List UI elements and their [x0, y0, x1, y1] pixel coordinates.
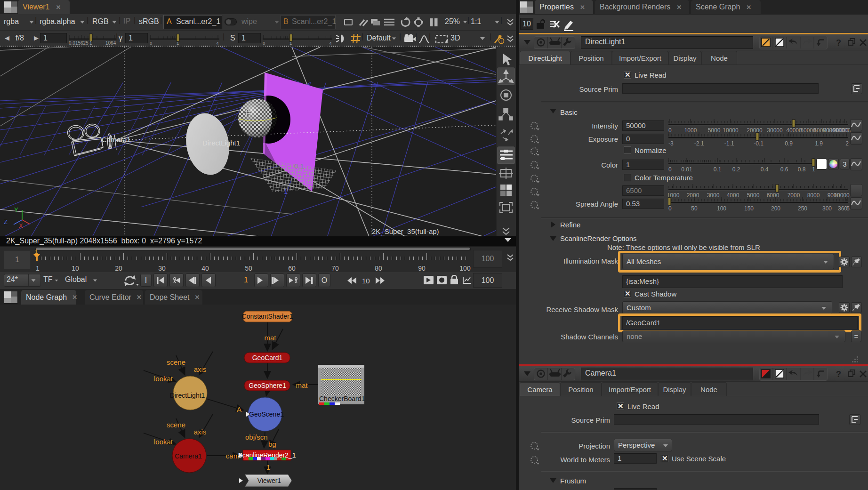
- svg-text:?: ?: [836, 370, 841, 379]
- svg-text:40: 40: [201, 265, 209, 272]
- svg-text:DirectLight1: DirectLight1: [170, 392, 205, 399]
- svg-text:ConstantShader1: ConstantShader1: [242, 313, 293, 320]
- svg-text:50: 50: [245, 265, 252, 272]
- svg-text:lookat: lookat: [154, 438, 173, 446]
- svg-text:Viewer1: Viewer1: [257, 477, 281, 484]
- svg-text:50: 50: [691, 205, 698, 212]
- svg-text:GeoSphere1: GeoSphere1: [249, 382, 286, 389]
- svg-text:0.01: 0.01: [681, 166, 692, 173]
- svg-text:0.1: 0.1: [714, 166, 722, 173]
- svg-text:mat: mat: [296, 381, 308, 389]
- svg-text:-2.1: -2.1: [694, 140, 704, 147]
- svg-text:0: 0: [150, 40, 152, 45]
- svg-text:1: 1: [36, 265, 40, 272]
- svg-text:10: 10: [72, 265, 79, 272]
- svg-text:1: 1: [35, 249, 38, 255]
- svg-text:30: 30: [158, 265, 166, 272]
- svg-text:0.1: 0.1: [294, 162, 304, 170]
- svg-text:cam: cam: [226, 452, 239, 460]
- svg-text:250: 250: [798, 205, 807, 212]
- svg-text:0.8: 0.8: [798, 166, 806, 173]
- svg-text:4: 4: [216, 40, 219, 45]
- svg-text:70: 70: [331, 265, 339, 272]
- svg-text:X: X: [19, 222, 23, 229]
- svg-text:0.015625: 0.015625: [69, 40, 88, 45]
- svg-text:Camera1: Camera1: [102, 136, 131, 144]
- svg-text:200: 200: [771, 205, 780, 212]
- svg-text:1: 1: [289, 40, 292, 45]
- svg-text:GeoScene1: GeoScene1: [249, 410, 284, 418]
- svg-text:1: 1: [177, 40, 179, 45]
- svg-text:80: 80: [375, 265, 382, 272]
- svg-text:DirectLight1: DirectLight1: [202, 139, 240, 147]
- svg-text:-1.1: -1.1: [724, 140, 734, 147]
- svg-text:Z: Z: [4, 218, 8, 225]
- svg-text:obj/scn: obj/scn: [245, 433, 268, 441]
- svg-text:300: 300: [822, 205, 832, 212]
- svg-text:2: 2: [845, 140, 849, 147]
- svg-text:scene: scene: [167, 421, 185, 429]
- svg-text:0.4: 0.4: [761, 166, 769, 173]
- svg-text:0: 0: [668, 205, 672, 212]
- svg-text:GeoCard1: GeoCard1: [252, 354, 283, 361]
- svg-text:axis: axis: [194, 428, 207, 436]
- svg-text:A: A: [237, 405, 241, 413]
- svg-text:1: 1: [812, 166, 815, 173]
- svg-text:20: 20: [115, 265, 122, 272]
- svg-text:CheckerBoard1: CheckerBoard1: [319, 395, 365, 402]
- svg-text:0: 0: [668, 166, 672, 173]
- svg-text:Y: Y: [14, 206, 18, 213]
- svg-text:mat: mat: [264, 334, 276, 342]
- svg-text:1064: 1064: [105, 40, 116, 45]
- svg-text:150: 150: [744, 205, 754, 212]
- svg-text:90: 90: [418, 265, 426, 272]
- svg-text:1: 1: [89, 40, 92, 45]
- svg-text:2K_Super_35(full-ap): 2K_Super_35(full-ap): [372, 227, 439, 235]
- svg-text:100: 100: [717, 205, 726, 212]
- svg-text:i: i: [501, 39, 502, 44]
- svg-text:-0.1: -0.1: [754, 140, 764, 147]
- svg-text:-3: -3: [668, 140, 674, 147]
- svg-text:100: 100: [459, 265, 471, 272]
- svg-text:scene: scene: [167, 358, 185, 366]
- svg-text:Camera1: Camera1: [175, 452, 202, 460]
- svg-text:axis: axis: [194, 365, 207, 373]
- svg-text:10: 10: [362, 277, 370, 285]
- svg-text:360: 360: [838, 205, 847, 212]
- svg-text:0.6: 0.6: [780, 166, 788, 173]
- svg-text:4: 4: [329, 40, 332, 45]
- svg-text:lookat: lookat: [154, 375, 173, 383]
- svg-text:0.9: 0.9: [785, 140, 793, 147]
- svg-text:?: ?: [836, 38, 841, 48]
- svg-text:1: 1: [266, 463, 270, 471]
- svg-text:bg: bg: [268, 440, 276, 448]
- svg-text:1: 1: [284, 187, 288, 195]
- svg-text:5: 5: [846, 205, 850, 212]
- svg-text:1.9: 1.9: [815, 140, 823, 147]
- svg-text:0: 0: [263, 40, 265, 45]
- svg-text:0.2: 0.2: [732, 166, 740, 173]
- svg-text:60: 60: [288, 265, 296, 272]
